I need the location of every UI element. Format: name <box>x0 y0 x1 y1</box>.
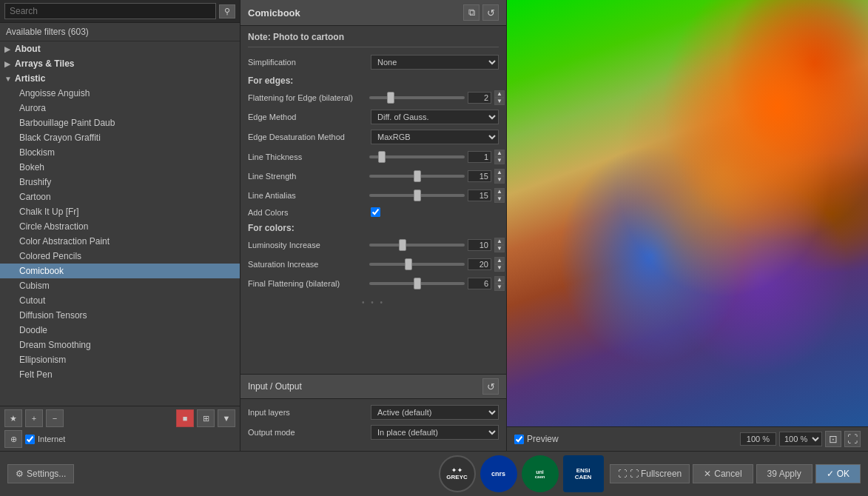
line-thickness-down[interactable]: ▼ <box>494 157 505 164</box>
bottom-action-buttons: ⛶ ⛶ Fullscreen ✕ Cancel 39 Apply ✓ OK <box>610 464 861 483</box>
fullscreen-button[interactable]: ⛶ ⛶ Fullscreen <box>610 464 690 483</box>
flattening-edge-up[interactable]: ▲ <box>494 90 505 98</box>
sidebar-item-cutout[interactable]: Cutout <box>0 293 240 308</box>
line-strength-slider[interactable] <box>369 175 465 178</box>
plugin-button[interactable]: ⊕ <box>4 430 22 448</box>
down-button[interactable]: ▼ <box>218 409 235 427</box>
grid-button[interactable]: ⊞ <box>197 409 215 427</box>
zoom-fullscreen-button[interactable]: ⛶ <box>844 431 861 447</box>
sidebar-item-arrays-tiles[interactable]: ▶ Arrays & Tiles <box>0 56 240 71</box>
sidebar-item-angoisse-anguish[interactable]: Angoisse Anguish <box>0 86 240 101</box>
apply-button[interactable]: 39 Apply <box>756 464 813 483</box>
saturation-increase-row: Saturation Increase ▲ ▼ <box>248 257 499 272</box>
line-thickness-label: Line Thickness <box>248 153 366 161</box>
flattening-edge-input[interactable] <box>468 92 491 104</box>
sidebar-item-doodle[interactable]: Doodle <box>0 323 240 338</box>
fullscreen-icon: ⛶ <box>618 469 627 479</box>
flattening-edge-down[interactable]: ▼ <box>494 98 505 105</box>
luminosity-increase-container: ▲ ▼ <box>369 238 505 252</box>
luminosity-increase-label: Luminosity Increase <box>248 241 366 249</box>
sidebar-item-comicbook[interactable]: Comicbook <box>0 264 240 278</box>
sidebar-item-color-abstraction-paint[interactable]: Color Abstraction Paint <box>0 234 240 249</box>
zoom-select[interactable]: 50 % 75 % 100 % 150 % 200 % <box>779 432 822 446</box>
edge-desaturation-select[interactable]: MaxRGB Luminance Average <box>371 130 499 144</box>
sidebar-label-color-abstraction: Color Abstraction Paint <box>19 236 110 247</box>
line-thickness-slider[interactable] <box>369 155 465 158</box>
sidebar-item-bokeh[interactable]: Bokeh <box>0 160 240 175</box>
sidebar-item-dream-smoothing[interactable]: Dream Smoothing <box>0 338 240 352</box>
note-label: Note: <box>248 32 271 42</box>
final-flattening-slider[interactable] <box>369 282 465 285</box>
saturation-increase-up[interactable]: ▲ <box>494 257 505 264</box>
sidebar-item-ellipsionism[interactable]: Ellipsionism <box>0 352 240 367</box>
preview-panel: Preview 100 % 50 % 75 % 100 % 150 % 200 … <box>507 0 868 451</box>
sidebar-label-aurora: Aurora <box>19 103 46 113</box>
simplification-select[interactable]: None Low Medium High <box>371 55 499 70</box>
final-flattening-up[interactable]: ▲ <box>494 276 505 284</box>
saturation-increase-down[interactable]: ▼ <box>494 264 505 272</box>
sidebar-item-brushify[interactable]: Brushify <box>0 175 240 190</box>
luminosity-increase-slider[interactable] <box>369 244 465 247</box>
saturation-increase-input[interactable] <box>468 258 491 270</box>
line-antialias-input[interactable] <box>468 190 491 201</box>
zoom-fit-button[interactable]: ⊡ <box>825 431 841 447</box>
cancel-button[interactable]: ✕ Cancel <box>693 464 753 483</box>
sidebar-item-aurora[interactable]: Aurora <box>0 101 240 115</box>
sidebar-item-artistic[interactable]: ▼ Artistic <box>0 71 240 86</box>
remove-filter-button[interactable]: − <box>46 409 64 427</box>
preview-image <box>507 0 868 426</box>
line-strength-up[interactable]: ▲ <box>494 169 505 176</box>
line-strength-down[interactable]: ▼ <box>494 176 505 184</box>
preview-checkbox-row: Preview <box>514 434 559 444</box>
sidebar-label-ellipsionism: Ellipsionism <box>19 355 66 365</box>
color-button[interactable]: ■ <box>176 409 194 427</box>
add-filter-button[interactable]: + <box>25 409 43 427</box>
internet-checkbox[interactable] <box>25 435 35 444</box>
search-button[interactable]: ⚲ <box>219 4 235 19</box>
edge-method-select[interactable]: Diff. of Gauss. Gradient Sobel <box>371 110 499 124</box>
sidebar-label-barbouillage: Barbouillage Paint Daub <box>19 118 115 128</box>
input-layers-select[interactable]: Active (default) All Linked <box>371 405 499 420</box>
copy-button[interactable]: ⧉ <box>463 4 480 21</box>
line-thickness-input[interactable] <box>468 151 491 163</box>
line-thickness-up[interactable]: ▲ <box>494 150 505 157</box>
saturation-increase-container: ▲ ▼ <box>369 257 505 272</box>
sidebar-item-about[interactable]: ▶ About <box>0 41 240 56</box>
ok-button[interactable]: ✓ OK <box>815 464 861 483</box>
sidebar-item-cartoon[interactable]: Cartoon <box>0 190 240 204</box>
line-antialias-slider[interactable] <box>369 194 465 197</box>
final-flattening-down[interactable]: ▼ <box>494 284 505 291</box>
line-thickness-container: ▲ ▼ <box>369 150 505 164</box>
line-antialias-down[interactable]: ▼ <box>494 195 505 203</box>
luminosity-increase-input[interactable] <box>468 239 491 251</box>
luminosity-increase-down[interactable]: ▼ <box>494 245 505 252</box>
line-antialias-up[interactable]: ▲ <box>494 188 505 195</box>
io-refresh-button[interactable]: ↺ <box>482 378 499 395</box>
line-strength-input[interactable] <box>468 170 491 182</box>
flattening-edge-slider[interactable] <box>369 96 465 99</box>
refresh-button[interactable]: ↺ <box>482 4 499 21</box>
luminosity-increase-up[interactable]: ▲ <box>494 238 505 245</box>
zoom-display: 100 % <box>740 432 776 446</box>
saturation-increase-slider[interactable] <box>369 263 465 266</box>
output-mode-select[interactable]: In place (default) New layer New image <box>371 425 499 440</box>
search-bar: ⚲ <box>0 0 240 23</box>
sidebar-item-circle-abstraction[interactable]: Circle Abstraction <box>0 219 240 234</box>
sidebar-item-diffusion-tensors[interactable]: Diffusion Tensors <box>0 308 240 323</box>
preview-checkbox[interactable] <box>514 435 524 444</box>
sidebar-item-cubism[interactable]: Cubism <box>0 278 240 293</box>
sidebar-item-colored-pencils[interactable]: Colored Pencils <box>0 249 240 264</box>
logo-area: ✦✦ GREYC cnrs uni caen ENSI CAEN <box>439 455 604 492</box>
sidebar-item-black-crayon-graffiti[interactable]: Black Crayon Graffiti <box>0 130 240 145</box>
favorite-button[interactable]: ★ <box>4 409 22 427</box>
sidebar-item-felt-pen[interactable]: Felt Pen <box>0 367 240 382</box>
preview-label: Preview <box>527 434 559 444</box>
sidebar-item-barbouillage[interactable]: Barbouillage Paint Daub <box>0 115 240 130</box>
final-flattening-input[interactable] <box>468 278 491 289</box>
add-colors-checkbox[interactable] <box>371 207 380 217</box>
settings-button[interactable]: ⚙ Settings... <box>7 464 74 483</box>
sidebar-item-chalk-it-up[interactable]: Chalk It Up [Fr] <box>0 204 240 219</box>
sidebar-item-blockism[interactable]: Blockism <box>0 145 240 160</box>
search-input[interactable] <box>4 3 216 19</box>
edge-method-label: Edge Method <box>248 113 366 121</box>
